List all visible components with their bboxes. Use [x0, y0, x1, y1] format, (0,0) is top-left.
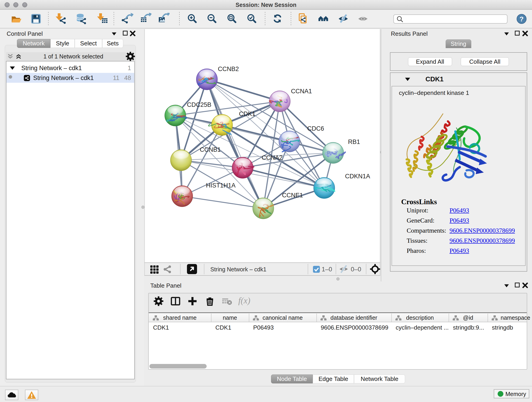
svg-text:CDKN1A: CDKN1A — [345, 173, 370, 180]
svg-text:CCNB2: CCNB2 — [218, 65, 239, 72]
svg-text:HIST1H1A: HIST1H1A — [206, 182, 235, 189]
svg-text:CCNA1: CCNA1 — [291, 88, 312, 95]
svg-text:CDK1: CDK1 — [239, 110, 255, 117]
svg-text:CCNB1: CCNB1 — [200, 146, 221, 153]
svg-text:CCNE1: CCNE1 — [282, 192, 303, 199]
svg-text:CDC6: CDC6 — [307, 125, 324, 132]
svg-text:CDC25B: CDC25B — [187, 101, 211, 108]
svg-text:CCNA2: CCNA2 — [262, 154, 283, 161]
svg-text:RB1: RB1 — [348, 138, 360, 145]
